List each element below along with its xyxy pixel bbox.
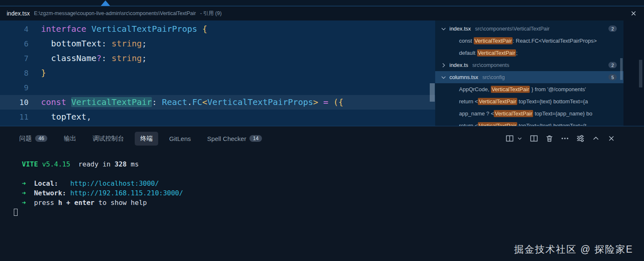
- terminal-link[interactable]: http://localhost:3000/: [70, 179, 159, 187]
- reference-file-path: src\components\VerticalTextPair: [475, 26, 549, 32]
- line-number[interactable]: 6: [0, 36, 28, 51]
- result-text: return <: [459, 98, 478, 105]
- code-token: >: [313, 97, 318, 107]
- reference-result-row[interactable]: return <VerticalTextPair topText={text} …: [435, 95, 623, 107]
- code-text: interface VerticalTextPairProps {: [28, 22, 207, 36]
- reference-file-path: src\components: [472, 62, 509, 68]
- match-highlight: VerticalTextPair: [477, 49, 516, 56]
- peek-header: index.tsx E:\zgzm-message\coupon-live-ad…: [0, 6, 644, 20]
- reference-result-row[interactable]: default VerticalTextPair;: [435, 47, 623, 59]
- panel-tab[interactable]: 调试控制台: [87, 132, 129, 146]
- reference-group-row[interactable]: columns.tsxsrc\config5: [435, 71, 623, 83]
- split-terminal-icon[interactable]: [530, 134, 538, 143]
- maximize-panel-icon[interactable]: [592, 134, 600, 143]
- line-number[interactable]: 11: [0, 110, 28, 124]
- editor-lines: 4interface VerticalTextPairProps {6 bott…: [0, 20, 435, 124]
- new-terminal-icon[interactable]: [505, 134, 514, 143]
- code-token: [197, 24, 202, 34]
- references-scrollbar-thumb[interactable]: [620, 58, 623, 80]
- terminal-link[interactable]: http://192.168.115.210:3000/: [70, 189, 183, 197]
- panel-tab[interactable]: GitLens: [164, 132, 196, 145]
- code-token: ({: [333, 97, 343, 107]
- code-line[interactable]: 9: [0, 80, 435, 95]
- code-token: :: [102, 53, 112, 63]
- code-token: topText: [51, 112, 86, 122]
- code-token: VerticalTextPair: [71, 97, 152, 107]
- code-token: {: [202, 24, 207, 34]
- line-number[interactable]: 8: [0, 66, 28, 80]
- code-token: string: [112, 38, 142, 49]
- chevron-down-icon[interactable]: [440, 74, 447, 81]
- terminal-text: press: [26, 199, 58, 207]
- panel-tab[interactable]: 问题46: [14, 132, 53, 146]
- code-line[interactable]: 8}: [0, 66, 435, 80]
- code-text: topText,: [28, 110, 91, 124]
- code-token: bottomText: [51, 38, 101, 49]
- reference-group-row[interactable]: index.tssrc\components2: [435, 59, 623, 71]
- panel-tab-label: 终端: [140, 135, 153, 143]
- code-token: const: [41, 97, 71, 107]
- code-token: :: [102, 38, 112, 49]
- result-text: return <: [459, 123, 478, 126]
- reference-result-row[interactable]: const VerticalTextPair: React.FC<Vertica…: [435, 35, 623, 47]
- reference-group-row[interactable]: index.tsxsrc\components\VerticalTextPair…: [435, 23, 623, 35]
- code-text: }: [28, 66, 46, 80]
- close-icon[interactable]: [630, 10, 637, 17]
- code-line[interactable]: 6 bottomText: string;: [0, 36, 435, 51]
- result-text: topText={text} bottomText={a: [517, 98, 588, 105]
- code-token: React: [162, 97, 187, 107]
- references-scrollbar[interactable]: [620, 20, 623, 126]
- main-scrollbar-thumb[interactable]: [639, 60, 642, 87]
- code-editor[interactable]: 4interface VerticalTextPairProps {6 bott…: [0, 20, 435, 126]
- code-token: ,: [86, 112, 91, 122]
- code-token: string: [112, 53, 142, 63]
- line-number[interactable]: 7: [0, 51, 28, 66]
- code-line[interactable]: 4interface VerticalTextPairProps {: [0, 22, 435, 36]
- code-token: :: [152, 97, 162, 107]
- terminal-text: to show help: [95, 199, 147, 207]
- kill-terminal-icon[interactable]: [545, 134, 554, 143]
- panel-tab[interactable]: 终端: [135, 132, 158, 146]
- panel-tab[interactable]: Spell Checker14: [202, 132, 267, 145]
- reference-file-path: src\config: [482, 74, 505, 80]
- code-token: [41, 53, 51, 63]
- more-actions-icon[interactable]: [561, 134, 569, 143]
- match-highlight: VerticalTextPair: [491, 86, 530, 93]
- reference-result-row[interactable]: app_name ? <VerticalTextPair topText={ap…: [435, 107, 623, 120]
- terminal-text: v5.4.15: [38, 160, 70, 168]
- reference-count-badge: 2: [608, 62, 617, 68]
- reference-result-row[interactable]: return <VerticalTextPair topText={text} …: [435, 120, 623, 126]
- terminal-line: ➜ press h + enter to show help: [14, 198, 644, 207]
- editor-scrollbar[interactable]: [429, 20, 435, 126]
- panel-tabs: 问题46输出调试控制台终端GitLensSpell Checker14: [14, 132, 267, 146]
- terminal-text: ready in: [70, 160, 115, 168]
- code-token: VerticalTextPairProps: [91, 24, 197, 34]
- close-panel-icon[interactable]: [607, 134, 616, 143]
- watermark: 掘金技术社区 @ 探险家E: [514, 243, 633, 256]
- result-text: : React.FC<VerticalTextPairProps>: [513, 38, 597, 44]
- editor-scrollbar-thumb[interactable]: [430, 83, 435, 102]
- line-number[interactable]: 9: [0, 80, 28, 95]
- terminal-text: h + enter: [58, 199, 95, 207]
- panel-tab-label: 输出: [64, 135, 76, 143]
- code-token: .: [187, 97, 192, 107]
- panel-tab[interactable]: 输出: [58, 132, 82, 146]
- chevron-down-icon[interactable]: [440, 26, 447, 32]
- reference-file-name: index.tsx: [449, 26, 471, 32]
- chevron-down-icon[interactable]: [517, 136, 523, 141]
- reference-result-row[interactable]: AppQrCode, VerticalTextPair } from '@/co…: [435, 83, 623, 95]
- code-token: FC: [192, 97, 202, 107]
- result-text: app_name ? <: [459, 110, 494, 117]
- result-text: const: [459, 38, 474, 44]
- code-line[interactable]: 7 className?: string;: [0, 51, 435, 66]
- code-line[interactable]: 11 topText,: [0, 110, 435, 124]
- references-list: index.tsxsrc\components\VerticalTextPair…: [435, 20, 623, 126]
- code-line[interactable]: 10const VerticalTextPair: React.FC<Verti…: [0, 95, 435, 110]
- code-token: ?: [96, 53, 101, 63]
- result-text: } from '@/components': [530, 86, 586, 92]
- chevron-right-icon[interactable]: [440, 62, 447, 69]
- terminal-text: VITE: [14, 160, 38, 168]
- line-number[interactable]: 10: [0, 95, 28, 110]
- configure-sliders-icon[interactable]: [576, 134, 585, 143]
- line-number[interactable]: 4: [0, 22, 28, 36]
